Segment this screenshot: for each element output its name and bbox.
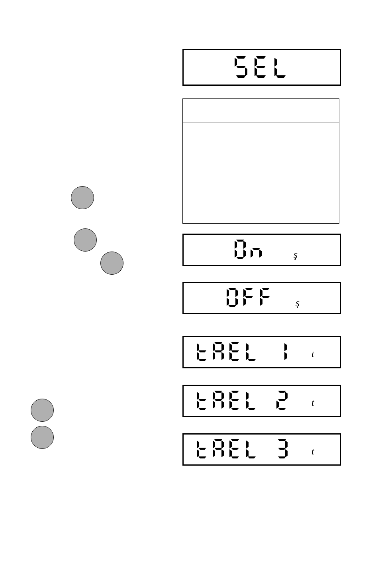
- off-text-icon: ş: [206, 287, 317, 309]
- table-col-2: [261, 122, 339, 224]
- bullet-circle-1: [71, 186, 94, 209]
- bullet-circle-3: [100, 252, 123, 275]
- tael2-text-icon: t: [192, 390, 331, 412]
- table-header-row: [183, 99, 339, 122]
- bullet-circle-5: [31, 426, 54, 449]
- bullet-circle-4: [31, 399, 54, 422]
- display-tael-1: t: [182, 336, 341, 368]
- display-tael-2: t: [182, 385, 341, 417]
- svg-text:ş: ş: [296, 297, 300, 309]
- tael3-text-icon: t: [192, 439, 331, 460]
- sel-text-icon: [234, 55, 290, 79]
- svg-text:t: t: [311, 446, 315, 456]
- svg-text:t: t: [311, 349, 315, 359]
- display-on: ş: [182, 234, 341, 266]
- bullet-circle-2: [74, 228, 97, 252]
- svg-text:ş: ş: [294, 249, 298, 260]
- tael1-text-icon: t: [192, 341, 331, 363]
- table-body: [183, 122, 339, 224]
- on-text-icon: ş: [210, 239, 313, 261]
- display-off: ş: [182, 282, 341, 314]
- display-tael-3: t: [182, 433, 341, 466]
- display-sel: [182, 49, 341, 86]
- table-col-1: [183, 122, 261, 224]
- lookup-table: [182, 98, 339, 224]
- svg-text:t: t: [311, 397, 315, 408]
